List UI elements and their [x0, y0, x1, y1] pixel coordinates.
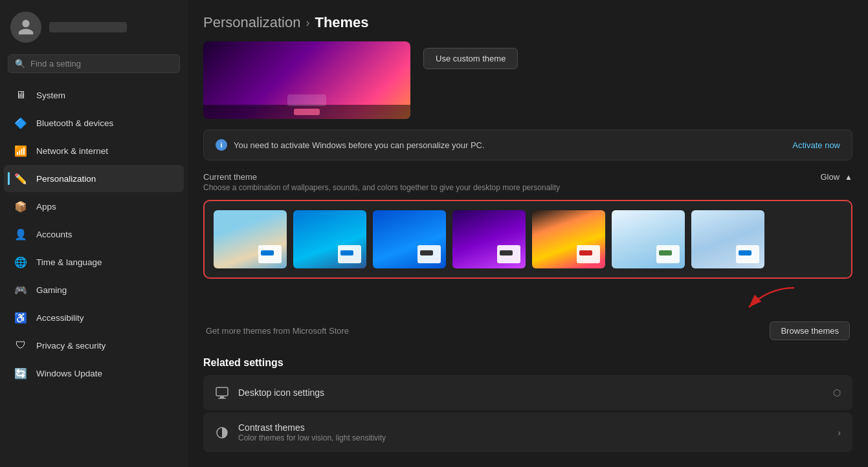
search-icon: 🔍 [15, 59, 25, 69]
sidebar: 🔍 🖥 System 🔷 Bluetooth & devices 📶 Netwo… [0, 0, 188, 467]
theme-card-1[interactable] [214, 210, 287, 268]
info-icon: i [216, 139, 227, 151]
theme-mini-window [338, 245, 361, 263]
external-link-icon: ⬡ [833, 387, 841, 398]
sidebar-item-system[interactable]: 🖥 System [4, 81, 184, 109]
nav-menu: 🖥 System 🔷 Bluetooth & devices 📶 Network… [0, 81, 188, 387]
collapse-button[interactable]: Glow ▲ [820, 172, 852, 182]
search-input[interactable] [30, 59, 173, 69]
wallpaper-preview [203, 41, 410, 119]
breadcrumb-link[interactable]: Personalization [203, 14, 300, 31]
contrast-label: Contrast themes [238, 423, 386, 432]
related-settings-title: Related settings [203, 357, 852, 369]
accounts-label: Accounts [36, 230, 72, 239]
accessibility-label: Accessibility [36, 313, 84, 323]
sidebar-item-apps[interactable]: 📦 Apps [4, 193, 184, 220]
theme-mini-button [340, 250, 353, 255]
theme-mini-window [736, 245, 759, 263]
theme-mini-button [579, 250, 592, 255]
sidebar-item-network[interactable]: 📶 Network & internet [4, 137, 184, 164]
theme-card-5[interactable] [532, 210, 605, 268]
profile-section [0, 0, 188, 52]
annotation-arrow [723, 281, 801, 314]
sidebar-item-gaming[interactable]: 🎮 Gaming [4, 276, 184, 303]
privacy-icon: 🛡 [14, 339, 27, 352]
network-icon: 📶 [14, 144, 27, 157]
system-icon: 🖥 [14, 89, 27, 102]
apps-label: Apps [36, 202, 56, 212]
privacy-label: Privacy & security [36, 341, 106, 351]
search-bar[interactable]: 🔍 [8, 54, 180, 73]
activation-message-area: i You need to activate Windows before yo… [216, 139, 485, 151]
chevron-up-icon: ▲ [845, 173, 852, 182]
theme-mini-window [577, 245, 600, 263]
sidebar-item-bluetooth[interactable]: 🔷 Bluetooth & devices [4, 109, 184, 136]
profile-name-bar [49, 22, 127, 32]
bluetooth-icon: 🔷 [14, 116, 27, 129]
activation-message: You need to activate Windows before you … [234, 140, 485, 150]
theme-card-4[interactable] [452, 210, 526, 268]
svg-rect-1 [216, 387, 228, 396]
avatar[interactable] [10, 12, 41, 43]
sidebar-item-accounts[interactable]: 👤 Accounts [4, 221, 184, 248]
personalization-label: Personalization [36, 174, 96, 184]
theme-mini-window [258, 245, 282, 263]
activate-now-link[interactable]: Activate now [792, 140, 840, 150]
theme-mini-button [261, 250, 274, 255]
theme-card-6[interactable] [612, 210, 685, 268]
current-theme-info: Current theme Choose a combination of wa… [203, 172, 560, 192]
activation-notice: i You need to activate Windows before yo… [203, 129, 852, 160]
apps-icon: 📦 [14, 200, 27, 213]
theme-mini-button [420, 250, 433, 255]
svg-rect-3 [218, 398, 226, 399]
breadcrumb-separator: › [306, 16, 309, 30]
sidebar-item-time[interactable]: 🌐 Time & language [4, 248, 184, 276]
accounts-icon: 👤 [14, 228, 27, 241]
mini-taskbar [203, 105, 410, 119]
themes-grid [203, 200, 852, 279]
update-label: Windows Update [36, 369, 102, 378]
theme-mini-window [656, 245, 680, 263]
chevron-right-icon: › [838, 428, 841, 438]
desktop-icon-label: Desktop icon settings [238, 387, 324, 398]
theme-mini-window [497, 245, 520, 263]
contrast-text: Contrast themes Color themes for low vis… [238, 423, 386, 442]
user-icon [17, 18, 35, 36]
desktop-icon [215, 386, 229, 400]
contrast-icon [215, 426, 229, 440]
sidebar-item-privacy[interactable]: 🛡 Privacy & security [4, 332, 184, 359]
current-theme-header: Current theme Choose a combination of wa… [203, 172, 852, 192]
desktop-icon-left: Desktop icon settings [215, 386, 324, 400]
system-label: System [36, 91, 65, 100]
contrast-themes-item[interactable]: Contrast themes Color themes for low vis… [203, 413, 852, 452]
theme-card-7[interactable] [691, 210, 764, 268]
gaming-icon: 🎮 [14, 283, 27, 296]
theme-mini-button [659, 250, 672, 255]
sidebar-item-accessibility[interactable]: ♿ Accessibility [4, 304, 184, 331]
theme-card-3[interactable] [373, 210, 446, 268]
get-more-label: Get more themes from Microsoft Store [206, 326, 349, 336]
theme-mini-window [417, 245, 441, 263]
page-title: Themes [315, 14, 368, 31]
contrast-sublabel: Color themes for low vision, light sensi… [238, 434, 386, 442]
theme-mini-button [739, 250, 751, 255]
svg-rect-2 [220, 396, 224, 398]
sidebar-item-personalization[interactable]: ✏️ Personalization [4, 165, 184, 192]
desktop-icon-settings-item[interactable]: Desktop icon settings ⬡ [203, 375, 852, 410]
theme-card-2[interactable] [293, 210, 366, 268]
gaming-label: Gaming [36, 285, 67, 295]
main-content: Personalization › Themes Use custom them… [188, 0, 868, 467]
personalization-icon: ✏️ [14, 172, 27, 185]
get-more-themes-row: Get more themes from Microsoft Store Bro… [203, 315, 852, 347]
contrast-theme-left: Contrast themes Color themes for low vis… [215, 423, 386, 442]
glow-label: Glow [820, 172, 840, 182]
browse-themes-button[interactable]: Browse themes [770, 321, 850, 340]
wallpaper-banner: Use custom theme [203, 41, 852, 119]
current-theme-desc: Choose a combination of wallpapers, soun… [203, 183, 560, 192]
sidebar-item-update[interactable]: 🔄 Windows Update [4, 360, 184, 387]
use-custom-theme-button[interactable]: Use custom theme [423, 48, 518, 69]
current-theme-label: Current theme [203, 172, 560, 182]
time-label: Time & language [36, 257, 102, 267]
mini-taskbar-button [294, 109, 320, 115]
page-header: Personalization › Themes [203, 0, 852, 41]
